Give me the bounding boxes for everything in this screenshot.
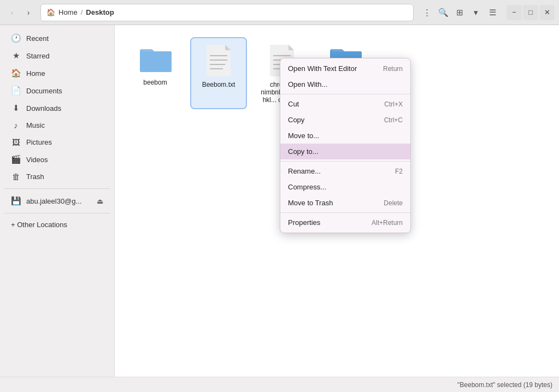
ctx-open-text-editor[interactable]: Open With Text Editor Return: [280, 61, 410, 76]
titlebar-actions: ⋮ 🔍 ⊞ ▾ ☰: [419, 5, 500, 20]
file-name-beebom: beebom: [143, 79, 167, 86]
ctx-shortcut-cut: Ctrl+X: [384, 100, 403, 108]
sidebar-label-music: Music: [26, 121, 45, 129]
ctx-copy[interactable]: Copy Ctrl+C: [280, 112, 410, 128]
sidebar: 🕐 Recent ★ Starred 🏠 Home 📄 Documents ⬇ …: [0, 25, 115, 377]
sidebar-label-home: Home: [26, 69, 45, 78]
home-sidebar-icon: 🏠: [11, 68, 21, 78]
ctx-label-properties: Properties: [288, 218, 320, 227]
search-button[interactable]: 🔍: [436, 5, 451, 20]
starred-icon: ★: [11, 51, 21, 61]
sidebar-item-music[interactable]: ♪ Music: [2, 117, 112, 133]
sidebar-label-videos: Videos: [26, 156, 48, 164]
view-dropdown-button[interactable]: ▾: [468, 5, 484, 20]
sidebar-item-trash[interactable]: 🗑 Trash: [2, 169, 112, 185]
ctx-properties[interactable]: Properties Alt+Return: [280, 215, 410, 230]
breadcrumb-home-label: Home: [58, 8, 78, 16]
ctx-shortcut-rename: F2: [395, 168, 403, 175]
ctx-shortcut-copy: Ctrl+C: [384, 116, 403, 124]
breadcrumb-current-label: Desktop: [86, 8, 114, 16]
account-icon: 💾: [11, 196, 21, 206]
folder-icon: [138, 43, 173, 75]
sidebar-item-starred[interactable]: ★ Starred: [2, 47, 112, 64]
window-controls: − □ ✕: [507, 5, 555, 20]
breadcrumb[interactable]: 🏠 Home / Desktop: [40, 4, 414, 21]
sidebar-item-videos[interactable]: 🎬 Videos: [2, 151, 112, 168]
sidebar-item-documents[interactable]: 📄 Documents: [2, 82, 112, 99]
file-area[interactable]: beebom Beebom.txt: [115, 25, 559, 377]
ctx-rename[interactable]: Rename... F2: [280, 163, 410, 179]
file-item-beebom[interactable]: beebom: [128, 38, 183, 108]
other-locations-label: + Other Locations: [11, 221, 67, 229]
titlebar: ‹ › 🏠 Home / Desktop ⋮ 🔍 ⊞ ▾ ☰ − □ ✕: [0, 0, 559, 25]
sidebar-label-downloads: Downloads: [26, 104, 61, 112]
sidebar-divider-2: [4, 213, 110, 213]
sidebar-item-other-locations[interactable]: + Other Locations: [2, 217, 112, 232]
sidebar-item-home[interactable]: 🏠 Home: [2, 65, 112, 81]
sidebar-label-documents: Documents: [26, 87, 62, 95]
ctx-separator-3: [280, 212, 410, 213]
pictures-icon: 🖼: [11, 138, 21, 147]
nav-buttons: ‹ ›: [4, 5, 36, 20]
ctx-label-copy-to: Copy to...: [288, 147, 319, 156]
trash-icon: 🗑: [11, 172, 21, 181]
home-icon: 🏠: [46, 8, 55, 16]
recent-icon: 🕐: [11, 33, 21, 43]
ctx-separator-2: [280, 161, 410, 162]
ctx-compress[interactable]: Compress...: [280, 179, 410, 195]
close-button[interactable]: ✕: [539, 5, 555, 20]
ctx-label-open-with: Open With...: [288, 80, 327, 88]
sidebar-label-pictures: Pictures: [26, 138, 52, 146]
ctx-label-rename: Rename...: [288, 167, 321, 175]
statusbar-text: "Beebom.txt" selected (19 bytes): [457, 381, 552, 389]
maximize-button[interactable]: □: [523, 5, 538, 20]
menu-button[interactable]: ☰: [485, 5, 500, 20]
ctx-label-move-to-trash: Move to Trash: [288, 199, 333, 207]
file-name-beebom-txt: Beebom.txt: [202, 81, 236, 88]
sidebar-item-downloads[interactable]: ⬇ Downloads: [2, 100, 112, 116]
kebab-menu-button[interactable]: ⋮: [419, 5, 434, 20]
file-item-beebom-txt[interactable]: Beebom.txt: [191, 38, 246, 108]
ctx-separator-1: [280, 94, 410, 94]
account-label: abu.jaleel30@g...: [26, 197, 91, 205]
ctx-shortcut-open-text-editor: Return: [383, 65, 403, 73]
main-content: 🕐 Recent ★ Starred 🏠 Home 📄 Documents ⬇ …: [0, 25, 559, 377]
txt-icon: [204, 43, 233, 78]
ctx-shortcut-move-to-trash: Delete: [384, 199, 403, 207]
forward-button[interactable]: ›: [21, 5, 36, 20]
sidebar-divider: [4, 188, 110, 189]
videos-icon: 🎬: [11, 155, 21, 164]
sidebar-label-recent: Recent: [26, 34, 49, 43]
ctx-label-open-text-editor: Open With Text Editor: [288, 64, 357, 73]
breadcrumb-separator: /: [81, 8, 83, 16]
documents-icon: 📄: [11, 86, 21, 96]
ctx-label-cut: Cut: [288, 100, 299, 108]
sidebar-label-starred: Starred: [26, 52, 50, 60]
downloads-icon: ⬇: [11, 103, 21, 113]
view-toggle-button[interactable]: ⊞: [452, 5, 467, 20]
ctx-move-to[interactable]: Move to...: [280, 128, 410, 144]
context-menu: Open With Text Editor Return Open With..…: [280, 58, 411, 233]
sidebar-label-trash: Trash: [26, 173, 44, 181]
minimize-button[interactable]: −: [507, 5, 522, 20]
ctx-move-to-trash[interactable]: Move to Trash Delete: [280, 195, 410, 211]
back-button[interactable]: ‹: [4, 5, 20, 20]
music-icon: ♪: [11, 121, 21, 130]
statusbar: "Beebom.txt" selected (19 bytes): [0, 377, 559, 392]
ctx-label-copy: Copy: [288, 116, 304, 124]
ctx-label-move-to: Move to...: [288, 132, 319, 140]
ctx-open-with[interactable]: Open With...: [280, 76, 410, 92]
eject-icon[interactable]: ⏏: [97, 197, 103, 205]
ctx-cut[interactable]: Cut Ctrl+X: [280, 96, 410, 112]
sidebar-item-recent[interactable]: 🕐 Recent: [2, 30, 112, 46]
sidebar-item-pictures[interactable]: 🖼 Pictures: [2, 134, 112, 150]
ctx-copy-to[interactable]: Copy to...: [280, 144, 410, 159]
ctx-shortcut-properties: Alt+Return: [372, 219, 403, 227]
ctx-label-compress: Compress...: [288, 183, 326, 191]
sidebar-account[interactable]: 💾 abu.jaleel30@g... ⏏: [2, 193, 112, 209]
